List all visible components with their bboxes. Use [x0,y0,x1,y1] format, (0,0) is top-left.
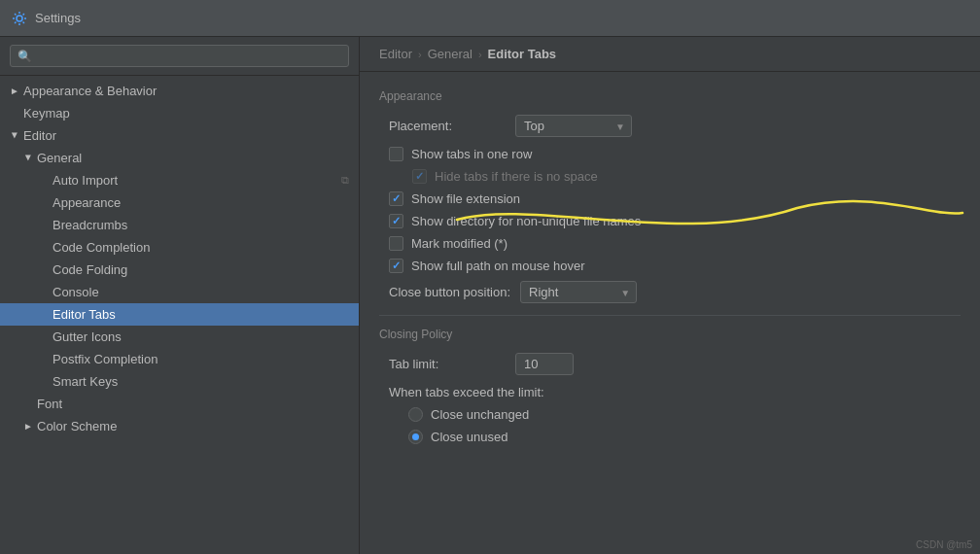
sidebar-item-label: Keymap [23,106,70,121]
arrow-icon [39,220,49,230]
sidebar-item-label: Color Scheme [37,419,117,433]
checkbox-show-file-extension[interactable]: Show file extension [389,191,961,206]
sidebar-item-editor[interactable]: ► Editor [0,124,359,147]
sidebar-item-code-completion[interactable]: Code Completion [0,236,359,259]
breadcrumb: Editor › General › Editor Tabs [360,37,980,72]
sidebar-item-smart-keys[interactable]: Smart Keys [0,370,359,393]
checkbox-label: Show directory for non-unique file names [411,214,641,228]
section-divider [379,315,961,316]
sidebar-item-editor-tabs[interactable]: Editor Tabs [0,303,359,326]
arrow-icon [39,354,49,364]
title-bar: Settings [0,0,980,37]
sidebar-item-breadcrumbs[interactable]: Breadcrumbs [0,214,359,236]
sidebar-item-font[interactable]: Font [0,393,359,415]
search-icon: 🔍 [18,50,32,63]
checkbox-show-tabs-one-row[interactable]: Show tabs in one row [389,147,961,161]
radio-close-unused[interactable]: Close unused [408,430,961,444]
sidebar-item-label: Gutter Icons [52,329,122,344]
sidebar-item-label: Auto Import [52,173,118,188]
checkbox-show-directory[interactable]: Show directory for non-unique file names [389,214,961,228]
sidebar-item-label: Postfix Completion [52,352,158,366]
sidebar-item-appearance[interactable]: Appearance [0,191,359,214]
sidebar-item-gutter-icons[interactable]: Gutter Icons [0,326,359,348]
breadcrumb-editor: Editor [379,47,412,61]
breadcrumb-arrow-2: › [478,49,482,60]
placement-row: Placement: Top Bottom Left Right None ▼ [389,115,961,137]
close-button-label: Close button position: [389,285,510,299]
main-content: Editor › General › Editor Tabs Appearanc… [360,37,980,554]
sidebar-item-label: General [37,151,82,165]
sidebar-item-label: Console [52,285,99,299]
checkbox-icon[interactable] [389,259,403,273]
sidebar-item-general[interactable]: ► General [0,147,359,169]
placement-select-wrap[interactable]: Top Bottom Left Right None ▼ [515,115,632,137]
arrow-icon: ► [10,86,19,96]
radio-button-icon[interactable] [408,430,423,444]
radio-label: Close unused [431,430,508,444]
search-bar: 🔍 [0,37,359,76]
nav-tree: ► Appearance & Behavior Keymap ► Editor … [0,76,359,554]
search-input[interactable] [37,49,341,63]
checkbox-icon[interactable] [389,147,403,161]
appearance-section-title: Appearance [379,89,961,103]
checkbox-icon[interactable] [389,214,403,228]
sidebar: 🔍 ► Appearance & Behavior Keymap ► Edito… [0,37,360,554]
sidebar-item-color-scheme[interactable]: ► Color Scheme [0,415,359,437]
close-button-select[interactable]: Right Left None [520,281,637,303]
arrow-icon [39,376,49,387]
sidebar-item-label: Editor [23,128,56,143]
breadcrumb-current: Editor Tabs [488,47,557,61]
arrow-icon [39,264,49,275]
tab-limit-input[interactable] [515,353,574,375]
placement-select[interactable]: Top Bottom Left Right None [515,115,632,137]
sidebar-item-label: Smart Keys [52,374,118,389]
sidebar-item-console[interactable]: Console [0,281,359,303]
checkbox-mark-modified[interactable]: Mark modified (*) [389,236,961,251]
placement-label: Placement: [389,119,506,133]
content-body: Appearance Placement: Top Bottom Left Ri… [360,72,980,466]
checkbox-show-full-path[interactable]: Show full path on mouse hover [389,259,961,273]
checkbox-label: Hide tabs if there is no space [435,169,598,184]
sidebar-item-label: Code Folding [52,262,127,277]
sidebar-item-postfix-completion[interactable]: Postfix Completion [0,348,359,370]
sidebar-item-keymap[interactable]: Keymap [0,102,359,124]
checkbox-icon[interactable] [389,191,403,206]
sidebar-item-code-folding[interactable]: Code Folding [0,259,359,281]
checkbox-label: Show full path on mouse hover [411,259,585,273]
checkbox-label: Show tabs in one row [411,147,532,161]
svg-point-0 [17,16,22,21]
sidebar-item-auto-import[interactable]: Auto Import ⧉ [0,169,359,191]
arrow-icon [39,242,49,253]
sidebar-item-label: Code Completion [52,240,150,255]
arrow-icon [39,197,49,208]
search-input-wrap[interactable]: 🔍 [10,45,349,67]
main-layout: 🔍 ► Appearance & Behavior Keymap ► Edito… [0,37,980,554]
radio-button-icon[interactable] [408,407,423,422]
sidebar-item-label: Appearance & Behavior [23,84,157,98]
settings-icon [12,11,27,26]
checkbox-label: Mark modified (*) [411,236,508,251]
checkbox-hide-tabs-no-space[interactable]: Hide tabs if there is no space [412,169,961,184]
breadcrumb-arrow: › [418,49,422,60]
checkbox-icon[interactable] [389,236,403,251]
sidebar-item-label: Breadcrumbs [52,218,127,232]
close-button-select-wrap[interactable]: Right Left None ▼ [520,281,637,303]
arrow-icon [10,108,19,119]
sidebar-item-label: Editor Tabs [52,307,116,322]
tab-limit-row: Tab limit: [389,353,961,375]
radio-close-unchanged[interactable]: Close unchanged [408,407,961,422]
breadcrumb-general: General [428,47,472,61]
close-button-row: Close button position: Right Left None ▼ [389,281,961,303]
arrow-icon [39,175,49,186]
page-note: CSDN @tm5 [916,539,972,550]
checkbox-icon[interactable] [412,169,427,184]
closing-policy-section-title: Closing Policy [379,328,961,341]
copy-icon: ⧉ [341,174,349,187]
arrow-icon: ► [10,131,20,141]
checkbox-label: Show file extension [411,191,520,206]
arrow-icon [39,331,49,342]
arrow-icon: ► [23,154,34,163]
sidebar-item-appearance-behavior[interactable]: ► Appearance & Behavior [0,80,359,102]
arrow-icon [23,398,33,409]
arrow-icon: ► [23,421,33,432]
